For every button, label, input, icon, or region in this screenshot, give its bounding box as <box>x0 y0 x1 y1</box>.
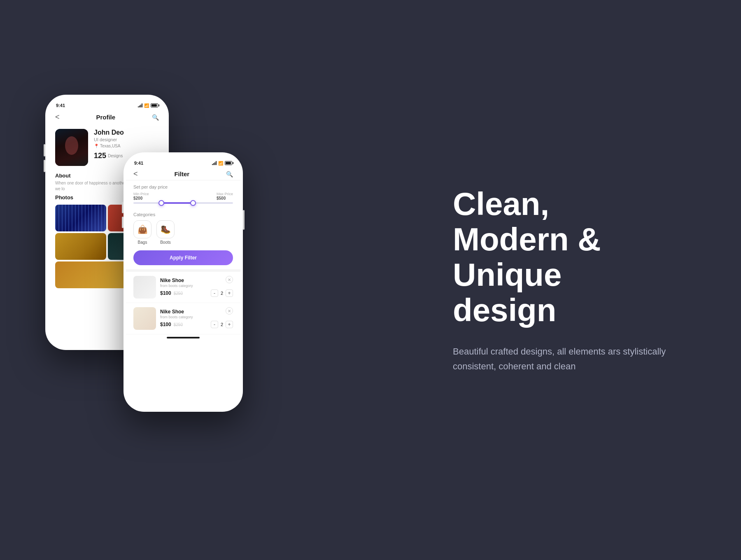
phones-section: 9:41 📶 < Profile 🔍 <box>33 54 321 506</box>
product-info: Nike Shoe from boots category $100 $250 … <box>160 309 233 328</box>
search-button-filter[interactable]: 🔍 <box>226 171 233 177</box>
profile-header: < Profile 🔍 <box>48 110 166 125</box>
qty-minus-button[interactable]: - <box>211 289 218 297</box>
product-item: Nike Shoe from boots category $100 $250 … <box>126 303 240 334</box>
qty-plus-button[interactable]: + <box>226 289 233 297</box>
categories-section: Categories 👜 Bags 🥾 Boots <box>126 211 240 249</box>
headline-line2: Modern & Unique <box>453 222 708 293</box>
battery-icon <box>151 103 158 107</box>
categories-row: 👜 Bags 🥾 Boots <box>133 220 233 245</box>
volume-up-button <box>44 144 45 156</box>
category-boots[interactable]: 🥾 Boots <box>156 220 175 245</box>
battery-icon-front <box>225 161 232 165</box>
price-slider[interactable] <box>133 202 233 204</box>
power-button-front <box>243 210 245 230</box>
category-bags[interactable]: 👜 Bags <box>133 220 151 245</box>
status-icons-back: 📶 <box>138 103 158 108</box>
volume-down-button <box>44 160 45 172</box>
phone-front: 9:41 📶 < Filter 🔍 <box>124 152 243 412</box>
wifi-icon-front: 📶 <box>218 161 223 166</box>
product-price-row: $100 $250 - 2 + <box>160 321 233 328</box>
apply-filter-button[interactable]: Apply Filter <box>133 250 233 265</box>
filter-title: Filter <box>174 170 189 177</box>
profile-title: Profile <box>96 114 115 121</box>
categories-title: Categories <box>133 212 233 217</box>
min-price-label: Min Price <box>133 192 149 196</box>
headline-line3: design <box>453 293 708 328</box>
designs-label: Designs <box>108 154 123 158</box>
product-price: $100 <box>160 322 171 327</box>
signal-bars-front <box>212 161 217 165</box>
product-category: from boots category <box>160 315 233 319</box>
max-price-label: Max Price <box>217 192 233 196</box>
status-bar-back: 9:41 📶 <box>48 100 166 110</box>
text-section: Clean, Modern & Unique design Beautiful … <box>420 187 708 373</box>
profile-role: UI designer <box>94 137 159 142</box>
price-row: Min Price $200 Max Price $500 <box>133 192 233 201</box>
remove-product-button[interactable]: ✕ <box>226 307 233 315</box>
avatar-image <box>55 129 88 166</box>
profile-name: John Deo <box>94 129 159 136</box>
qty-minus-button[interactable]: - <box>211 321 218 328</box>
status-time-front: 9:41 <box>134 161 143 166</box>
price-slider-fill <box>163 202 193 204</box>
min-price-value: $200 <box>133 196 149 201</box>
designs-count: 125 <box>94 152 106 160</box>
qty-value: 2 <box>221 322 223 327</box>
avatar <box>55 129 88 166</box>
bags-label: Bags <box>138 240 147 245</box>
photo-item[interactable] <box>55 205 106 231</box>
signal-bars <box>138 103 142 107</box>
page-container: 9:41 📶 < Profile 🔍 <box>0 0 741 560</box>
filter-header: < Filter 🔍 <box>126 167 240 180</box>
status-time-back: 9:41 <box>56 103 65 108</box>
product-qty: - 2 + <box>211 289 233 297</box>
volume-down-button-front <box>122 217 124 228</box>
product-thumbnail <box>133 307 156 330</box>
price-filter-section: Set per day price Min Price $200 Max Pri… <box>126 180 240 211</box>
product-item: Nike Shoe from boots category $100 $250 … <box>126 272 240 303</box>
volume-up-button-front <box>122 202 124 213</box>
product-category: from boots category <box>160 284 233 288</box>
back-button-profile[interactable]: < <box>55 113 60 121</box>
max-price-value: $500 <box>217 196 233 201</box>
price-section-title: Set per day price <box>133 184 233 189</box>
photo-item[interactable] <box>55 233 106 260</box>
location-icon: 📍 <box>94 144 99 148</box>
product-name: Nike Shoe <box>160 278 233 283</box>
status-bar-front: 9:41 📶 <box>126 157 240 167</box>
product-qty: - 2 + <box>211 321 233 328</box>
price-slider-thumb-max[interactable] <box>190 200 196 206</box>
boots-icon: 🥾 <box>156 220 175 238</box>
headline: Clean, Modern & Unique design <box>453 187 708 328</box>
product-old-price: $250 <box>174 322 183 327</box>
product-price: $100 <box>160 290 171 296</box>
search-button-profile[interactable]: 🔍 <box>152 114 159 121</box>
remove-product-button[interactable]: ✕ <box>226 276 233 283</box>
back-button-filter[interactable]: < <box>133 170 138 178</box>
product-old-price: $250 <box>174 291 183 296</box>
qty-plus-button[interactable]: + <box>226 321 233 328</box>
product-price-row: $100 $250 - 2 + <box>160 289 233 297</box>
product-name: Nike Shoe <box>160 309 233 315</box>
product-info: Nike Shoe from boots category $100 $250 … <box>160 278 233 297</box>
status-icons-front: 📶 <box>212 161 232 166</box>
profile-location: 📍 Texas,USA <box>94 144 159 148</box>
bags-icon: 👜 <box>133 220 151 238</box>
home-indicator <box>167 337 200 338</box>
price-slider-thumb-min[interactable] <box>158 200 164 206</box>
phone-front-screen: 9:41 📶 < Filter 🔍 <box>126 157 240 407</box>
min-price-group: Min Price $200 <box>133 192 149 201</box>
wifi-icon: 📶 <box>144 103 149 108</box>
subtext: Beautiful crafted designs, all elements … <box>453 344 683 373</box>
headline-line1: Clean, <box>453 187 708 222</box>
qty-value: 2 <box>221 291 223 296</box>
max-price-group: Max Price $500 <box>217 192 233 201</box>
boots-label: Boots <box>160 240 171 245</box>
product-thumbnail <box>133 276 156 299</box>
